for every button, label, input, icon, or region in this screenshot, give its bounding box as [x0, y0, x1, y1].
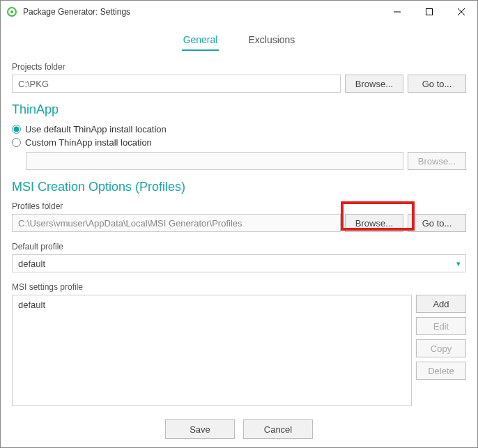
thinapp-custom-radio-row[interactable]: Custom ThinApp install location: [12, 137, 466, 148]
minimize-button[interactable]: [381, 1, 413, 22]
projects-folder-input[interactable]: [12, 75, 341, 93]
window-title: Package Generator: Settings: [23, 7, 130, 17]
thinapp-default-radio-row[interactable]: Use default ThinApp install location: [12, 124, 466, 134]
thinapp-default-radio[interactable]: [12, 125, 21, 134]
profiles-goto-button[interactable]: Go to...: [408, 214, 466, 232]
window-controls: [381, 1, 477, 22]
tab-bar: General Exclusions: [12, 31, 466, 51]
thinapp-section-title: ThinApp: [12, 102, 466, 117]
list-item[interactable]: default: [15, 298, 408, 311]
app-icon: [6, 6, 17, 17]
cancel-button[interactable]: Cancel: [243, 419, 313, 439]
footer: Save Cancel: [1, 419, 477, 439]
msi-section-title: MSI Creation Options (Profiles): [12, 180, 466, 194]
svg-point-1: [10, 10, 13, 13]
profiles-folder-label: Profiles folder: [12, 201, 466, 211]
copy-button: Copy: [416, 339, 466, 357]
profiles-browse-button[interactable]: Browse...: [345, 214, 403, 232]
tab-exclusions[interactable]: Exclusions: [247, 31, 296, 51]
tab-general[interactable]: General: [182, 31, 219, 51]
default-profile-label: Default profile: [12, 242, 466, 252]
thinapp-default-label: Use default ThinApp install location: [25, 124, 167, 134]
delete-button: Delete: [416, 362, 466, 380]
svg-rect-3: [426, 9, 433, 15]
save-button[interactable]: Save: [165, 419, 235, 439]
profiles-folder-input[interactable]: [12, 214, 341, 232]
msi-settings-profile-label: MSI settings profile: [12, 282, 466, 292]
close-button[interactable]: [445, 1, 477, 22]
msi-profile-listbox[interactable]: default: [12, 295, 412, 406]
edit-button: Edit: [416, 317, 466, 335]
projects-browse-button[interactable]: Browse...: [345, 75, 403, 93]
projects-folder-label: Projects folder: [12, 62, 466, 72]
default-profile-select[interactable]: [12, 254, 466, 272]
maximize-button[interactable]: [413, 1, 445, 22]
titlebar: Package Generator: Settings: [1, 1, 477, 23]
add-button[interactable]: Add: [416, 295, 466, 313]
projects-goto-button[interactable]: Go to...: [408, 75, 466, 93]
thinapp-custom-radio[interactable]: [12, 138, 21, 147]
thinapp-custom-label: Custom ThinApp install location: [25, 137, 152, 148]
thinapp-path-input: [26, 152, 403, 170]
thinapp-browse-button: Browse...: [408, 152, 466, 170]
